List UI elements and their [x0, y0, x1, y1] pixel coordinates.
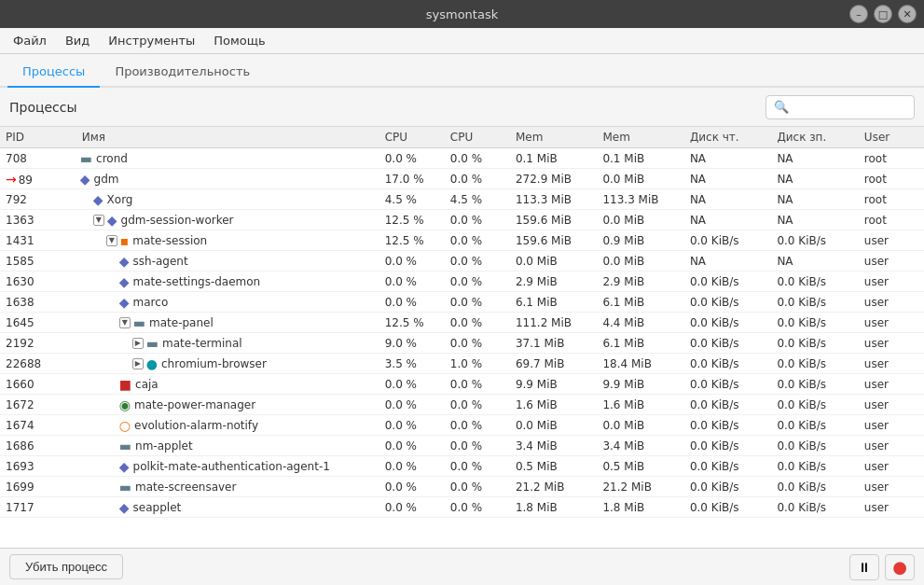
cell-mem1: 111.2 MiB: [510, 313, 597, 333]
cell-mem1: 0.5 MiB: [510, 456, 597, 477]
process-name: Xorg: [107, 192, 133, 205]
cell-cpu1: 0.0 %: [379, 456, 445, 477]
table-row[interactable]: 1363▼◆gdm-session-worker12.5 %0.0 %159.6…: [0, 210, 924, 230]
cell-disk-w: NA: [771, 189, 858, 210]
cell-cpu1: 12.5 %: [379, 313, 445, 333]
table-row[interactable]: 708▬crond0.0 %0.0 %0.1 MiB0.1 MiBNANAroo…: [0, 148, 924, 169]
table-row[interactable]: 1660■caja0.0 %0.0 %9.9 MiB9.9 MiB0.0 KiB…: [0, 374, 924, 395]
cell-disk-r: 0.0 KiB/s: [684, 477, 771, 497]
cell-pid: 792: [0, 189, 76, 210]
cell-disk-r: 0.0 KiB/s: [684, 395, 771, 415]
table-header-row: PID Имя CPU CPU Mem Mem Диск чт. Диск зп…: [0, 127, 924, 148]
cell-pid: 1660: [0, 374, 76, 395]
cell-disk-w: 0.0 KiB/s: [771, 415, 858, 436]
cell-pid: 1674: [0, 415, 76, 436]
collapse-button[interactable]: ▼: [106, 235, 117, 246]
minimize-button[interactable]: –: [849, 5, 868, 23]
process-tbody: 708▬crond0.0 %0.0 %0.1 MiB0.1 MiBNANAroo…: [0, 148, 924, 518]
cell-name: ▬mate-screensaver: [76, 477, 379, 497]
record-button[interactable]: ●: [885, 554, 915, 580]
kill-process-button[interactable]: Убить процесс: [9, 554, 123, 579]
cell-user: user: [859, 230, 924, 251]
table-row[interactable]: 1638◆marco0.0 %0.0 %6.1 MiB6.1 MiB0.0 Ki…: [0, 292, 924, 313]
cell-name: ◆gdm: [76, 169, 379, 189]
table-row[interactable]: 1674○evolution-alarm-notify0.0 %0.0 %0.0…: [0, 415, 924, 436]
cell-user: user: [859, 374, 924, 395]
tab-performance[interactable]: Производительность: [100, 57, 265, 88]
cell-disk-r: 0.0 KiB/s: [684, 456, 771, 477]
cell-mem2: 1.8 MiB: [597, 497, 683, 518]
cell-mem2: 113.3 MiB: [597, 189, 683, 210]
close-button[interactable]: ✕: [898, 5, 917, 23]
table-row[interactable]: 1645▼▬mate-panel12.5 %0.0 %111.2 MiB4.4 …: [0, 313, 924, 333]
search-box[interactable]: 🔍: [765, 95, 915, 119]
search-input[interactable]: [793, 100, 906, 114]
table-row[interactable]: 1672◉mate-power-manager0.0 %0.0 %1.6 MiB…: [0, 395, 924, 415]
process-icon: ◆: [119, 274, 130, 289]
process-icon: ■: [119, 377, 131, 392]
cell-user: user: [859, 497, 924, 518]
collapse-button[interactable]: ▼: [93, 215, 104, 226]
col-mem1: Mem: [510, 127, 597, 148]
cell-name: ▼▪mate-session: [76, 230, 379, 251]
table-row[interactable]: 1699▬mate-screensaver0.0 %0.0 %21.2 MiB2…: [0, 477, 924, 497]
table-row[interactable]: 1431▼▪mate-session12.5 %0.0 %159.6 MiB0.…: [0, 230, 924, 251]
cell-user: user: [859, 477, 924, 497]
menu-file[interactable]: Файл: [4, 30, 56, 51]
table-row[interactable]: 792◆Xorg4.5 %4.5 %113.3 MiB113.3 MiBNANA…: [0, 189, 924, 210]
cell-user: user: [859, 251, 924, 272]
table-row[interactable]: 1630◆mate-settings-daemon0.0 %0.0 %2.9 M…: [0, 272, 924, 292]
tab-processes[interactable]: Процессы: [7, 57, 100, 88]
cell-disk-w: 0.0 KiB/s: [771, 395, 858, 415]
process-name: seapplet: [133, 500, 182, 513]
maximize-button[interactable]: □: [874, 5, 892, 23]
cell-disk-r: 0.0 KiB/s: [684, 333, 771, 354]
table-row[interactable]: 1693◆polkit-mate-authentication-agent-10…: [0, 456, 924, 477]
tabbar: Процессы Производительность: [0, 54, 924, 88]
table-row[interactable]: 1717◆seapplet0.0 %0.0 %1.8 MiB1.8 MiB0.0…: [0, 497, 924, 518]
col-disk-w: Диск зп.: [771, 127, 858, 148]
pause-button[interactable]: ⏸: [849, 554, 879, 580]
cell-pid: 708: [0, 148, 76, 169]
table-row[interactable]: →89◆gdm17.0 %0.0 %272.9 MiB0.0 MiBNANAro…: [0, 169, 924, 189]
process-name: marco: [133, 295, 169, 308]
cell-cpu1: 0.0 %: [379, 272, 445, 292]
table-row[interactable]: 2192▶▬mate-terminal9.0 %0.0 %37.1 MiB6.1…: [0, 333, 924, 354]
cell-mem1: 6.1 MiB: [510, 292, 597, 313]
cell-user: root: [859, 169, 924, 189]
cell-pid: 1585: [0, 251, 76, 272]
col-name: Имя: [76, 127, 379, 148]
table-row[interactable]: 1585◆ssh-agent0.0 %0.0 %0.0 MiB0.0 MiBNA…: [0, 251, 924, 272]
cell-name: ○evolution-alarm-notify: [76, 415, 379, 436]
cell-cpu1: 0.0 %: [379, 374, 445, 395]
process-name: mate-screensaver: [135, 480, 236, 493]
cell-mem1: 113.3 MiB: [510, 189, 597, 210]
cell-cpu2: 4.5 %: [445, 189, 510, 210]
menu-view[interactable]: Вид: [56, 30, 99, 51]
cell-cpu2: 0.0 %: [445, 374, 510, 395]
expand-button[interactable]: ▶: [132, 358, 144, 369]
cell-cpu1: 12.5 %: [379, 230, 445, 251]
cell-disk-r: 0.0 KiB/s: [684, 230, 771, 251]
cell-pid: 1630: [0, 272, 76, 292]
cell-user: user: [859, 415, 924, 436]
process-name: mate-session: [132, 233, 207, 246]
cell-mem2: 0.0 MiB: [597, 169, 683, 189]
process-table-container[interactable]: PID Имя CPU CPU Mem Mem Диск чт. Диск зп…: [0, 127, 924, 548]
menu-tools[interactable]: Инструменты: [99, 30, 204, 51]
process-icon: ▬: [146, 336, 159, 351]
cell-cpu1: 0.0 %: [379, 292, 445, 313]
cell-cpu1: 0.0 %: [379, 395, 445, 415]
col-disk-r: Диск чт.: [684, 127, 771, 148]
menu-help[interactable]: Помощь: [204, 30, 274, 51]
expand-button[interactable]: ▶: [132, 338, 144, 349]
process-name: nm-applet: [135, 439, 193, 452]
cell-disk-r: NA: [684, 210, 771, 230]
cell-disk-r: 0.0 KiB/s: [684, 272, 771, 292]
cell-name: ◆marco: [76, 292, 379, 313]
table-row[interactable]: 22688▶●chromium-browser3.5 %1.0 %69.7 Mi…: [0, 354, 924, 374]
collapse-button[interactable]: ▼: [119, 317, 131, 328]
process-icon: ▬: [80, 151, 92, 166]
table-row[interactable]: 1686▬nm-applet0.0 %0.0 %3.4 MiB3.4 MiB0.…: [0, 436, 924, 456]
cell-mem2: 1.6 MiB: [597, 395, 683, 415]
